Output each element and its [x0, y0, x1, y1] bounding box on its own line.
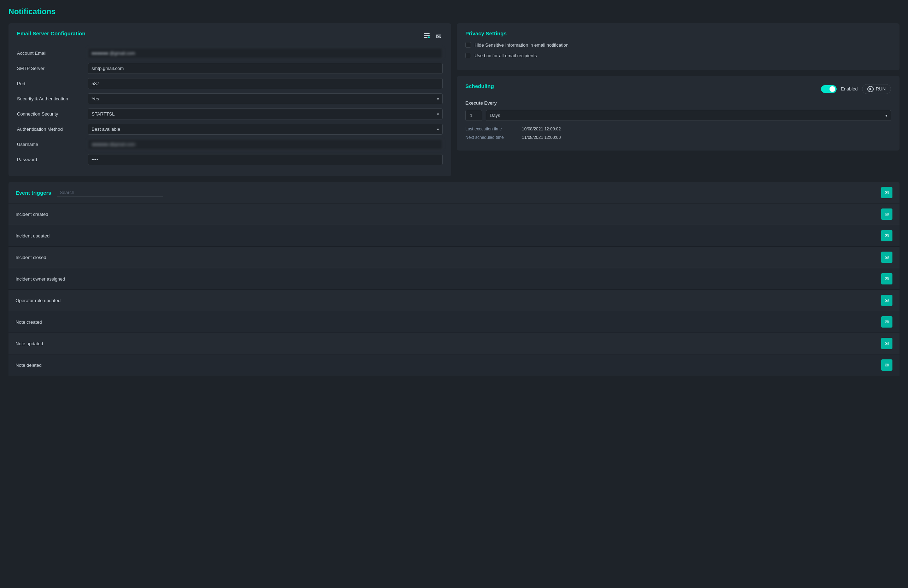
email-config-card: Email Server Configuration ✉: [8, 23, 451, 176]
svg-rect-1: [424, 35, 430, 36]
event-trigger-name: Incident owner assigned: [16, 276, 65, 282]
event-trigger-row: Incident closed ✉: [8, 247, 900, 268]
username-row: Username: [17, 139, 443, 150]
last-execution-row: Last execution time 10/08/2021 12:00:02: [465, 127, 891, 132]
execute-number-input[interactable]: [465, 110, 482, 121]
event-trigger-email-button[interactable]: ✉: [881, 252, 892, 263]
event-trigger-name: Note deleted: [16, 363, 42, 368]
port-row: Port: [17, 78, 443, 89]
next-scheduled-row: Next scheduled time 11/08/2021 12:00:00: [465, 135, 891, 140]
use-bcc-checkbox[interactable]: [465, 53, 471, 58]
security-select[interactable]: Yes No: [88, 93, 443, 104]
execute-every-row: Days Hours Minutes Weeks ▾: [465, 110, 891, 121]
scheduling-toggle[interactable]: [821, 85, 837, 93]
mail-icon-button[interactable]: ✉: [435, 31, 443, 41]
smtp-server-row: SMTP Server: [17, 63, 443, 74]
event-trigger-email-button[interactable]: ✉: [881, 273, 892, 284]
username-label: Username: [17, 142, 88, 147]
auth-method-select-wrapper: Best available Normal password OAuth2 ▾: [88, 124, 443, 135]
svg-point-3: [428, 36, 430, 38]
smtp-server-label: SMTP Server: [17, 66, 88, 71]
event-trigger-row: Note deleted ✉: [8, 354, 900, 376]
event-triggers-list: Incident created ✉ Incident updated ✉ In…: [8, 204, 900, 376]
event-trigger-email-button[interactable]: ✉: [881, 209, 892, 220]
enabled-label: Enabled: [841, 86, 858, 92]
last-execution-label: Last execution time: [465, 127, 522, 132]
event-trigger-row: Operator role updated ✉: [8, 290, 900, 311]
run-triangle: [869, 88, 872, 90]
port-label: Port: [17, 81, 88, 86]
run-play-icon: [867, 86, 874, 92]
event-triggers-title: Event triggers: [16, 190, 51, 196]
event-triggers-header: Event triggers ✉: [8, 182, 900, 204]
next-scheduled-label: Next scheduled time: [465, 135, 522, 140]
event-triggers-email-button[interactable]: ✉: [881, 187, 892, 198]
config-icon: [423, 33, 430, 40]
security-label: Security & Authentication: [17, 96, 88, 101]
security-row: Security & Authentication Yes No ▾: [17, 93, 443, 104]
event-trigger-row: Note updated ✉: [8, 333, 900, 354]
account-email-label: Account Email: [17, 51, 88, 56]
security-select-wrapper: Yes No ▾: [88, 93, 443, 104]
event-trigger-name: Incident created: [16, 212, 48, 217]
event-trigger-email-button[interactable]: ✉: [881, 316, 892, 328]
event-trigger-email-button[interactable]: ✉: [881, 230, 892, 241]
email-config-title: Email Server Configuration: [17, 31, 85, 36]
svg-rect-0: [424, 33, 430, 34]
config-icon-button[interactable]: [422, 31, 432, 41]
event-trigger-email-button[interactable]: ✉: [881, 295, 892, 306]
hide-sensitive-item: Hide Sensitive Information in email noti…: [465, 42, 891, 48]
next-scheduled-value: 11/08/2021 12:00:00: [522, 135, 561, 140]
svg-rect-2: [424, 37, 427, 38]
use-bcc-label: Use bcc for all email recipients: [475, 53, 537, 58]
hide-sensitive-checkbox[interactable]: [465, 42, 471, 48]
event-trigger-name: Note updated: [16, 341, 43, 346]
event-trigger-name: Incident closed: [16, 255, 46, 260]
use-bcc-item: Use bcc for all email recipients: [465, 53, 891, 58]
port-input[interactable]: [88, 78, 443, 89]
event-trigger-row: Incident owner assigned ✉: [8, 268, 900, 290]
event-trigger-name: Operator role updated: [16, 298, 60, 303]
privacy-settings-card: Privacy Settings Hide Sensitive Informat…: [457, 23, 900, 70]
scheduling-controls: Enabled RUN: [821, 84, 891, 94]
connection-security-row: Connection Security STARTTSL SSL/TLS Non…: [17, 108, 443, 119]
event-trigger-row: Incident updated ✉: [8, 225, 900, 247]
password-input[interactable]: [88, 154, 443, 165]
event-trigger-name: Incident updated: [16, 233, 50, 239]
run-button[interactable]: RUN: [862, 84, 891, 94]
event-triggers-search[interactable]: [57, 188, 163, 197]
event-trigger-email-button[interactable]: ✉: [881, 338, 892, 349]
auth-method-label: Authentication Method: [17, 127, 88, 132]
execute-unit-select[interactable]: Days Hours Minutes Weeks: [486, 110, 891, 121]
connection-security-select-wrapper: STARTTSL SSL/TLS None ▾: [88, 108, 443, 119]
execute-unit-wrapper: Days Hours Minutes Weeks ▾: [486, 110, 891, 121]
toggle-slider: [821, 85, 837, 93]
scheduling-card: Scheduling Enabled RUN Execute Ever: [457, 76, 900, 151]
privacy-settings-title: Privacy Settings: [465, 31, 891, 36]
event-trigger-email-button[interactable]: ✉: [881, 359, 892, 371]
auth-method-row: Authentication Method Best available Nor…: [17, 124, 443, 135]
event-trigger-row: Incident created ✉: [8, 204, 900, 225]
last-execution-value: 10/08/2021 12:00:02: [522, 127, 561, 132]
email-config-header: Email Server Configuration ✉: [17, 31, 443, 42]
mail-icon: ✉: [436, 33, 441, 40]
password-label: Password: [17, 157, 88, 162]
connection-security-label: Connection Security: [17, 111, 88, 117]
execute-every-label: Execute Every: [465, 100, 891, 106]
event-triggers-section: Event triggers ✉ Incident created ✉ Inci…: [8, 182, 900, 376]
event-trigger-row: Note created ✉: [8, 311, 900, 333]
run-label: RUN: [876, 86, 886, 92]
connection-security-select[interactable]: STARTTSL SSL/TLS None: [88, 108, 443, 119]
scheduling-title: Scheduling: [465, 83, 494, 89]
event-trigger-name: Note created: [16, 320, 42, 325]
username-input[interactable]: [88, 139, 443, 150]
account-email-row: Account Email: [17, 48, 443, 59]
account-email-input[interactable]: [88, 48, 443, 59]
password-row: Password: [17, 154, 443, 165]
auth-method-select[interactable]: Best available Normal password OAuth2: [88, 124, 443, 135]
hide-sensitive-label: Hide Sensitive Information in email noti…: [475, 42, 568, 48]
smtp-server-input[interactable]: [88, 63, 443, 74]
scheduling-header: Scheduling Enabled RUN: [465, 83, 891, 95]
email-config-icons: ✉: [422, 31, 443, 41]
page-title: Notifications: [8, 7, 900, 16]
